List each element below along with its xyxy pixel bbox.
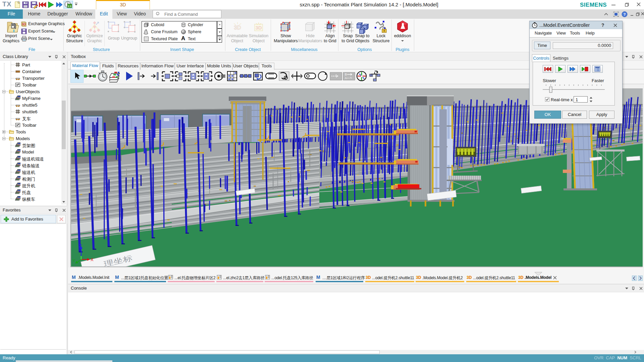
svg-text:M: M: [72, 275, 76, 280]
svg-text:3D: 3D: [255, 25, 262, 31]
svg-text:3D: 3D: [416, 275, 421, 280]
svg-text:3D: 3D: [467, 275, 472, 280]
svg-text:Z: Z: [79, 243, 82, 248]
svg-text:A: A: [345, 76, 347, 80]
svg-text:3D: 3D: [234, 24, 241, 31]
svg-text:1:1: 1:1: [68, 5, 71, 8]
svg-text:?: ?: [623, 12, 626, 16]
svg-text:M: M: [316, 275, 320, 280]
svg-text:M: M: [115, 275, 119, 280]
svg-text:B: B: [345, 73, 347, 76]
svg-text:3D: 3D: [22, 22, 26, 26]
svg-text:Y: Y: [72, 258, 75, 263]
svg-text:X: X: [91, 257, 94, 262]
svg-text:3D: 3D: [518, 275, 524, 280]
svg-text:3D: 3D: [366, 275, 371, 280]
